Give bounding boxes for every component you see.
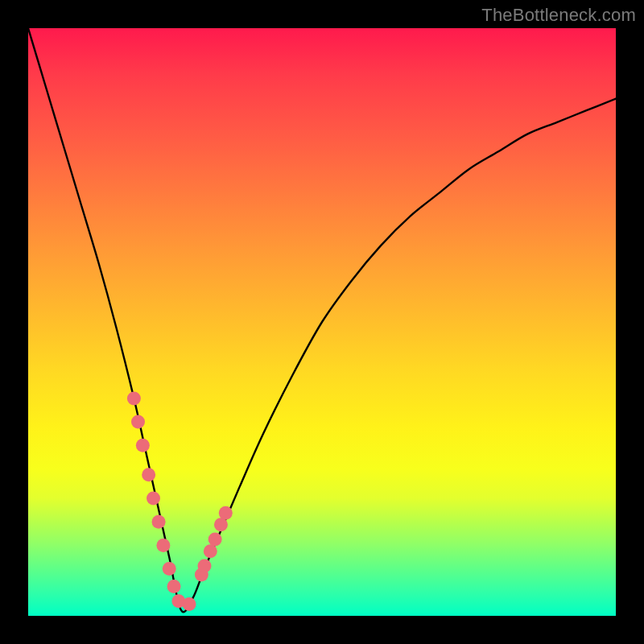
- sample-dot: [163, 562, 176, 576]
- chart-frame: TheBottleneck.com: [0, 0, 644, 644]
- sample-dot: [167, 580, 181, 593]
- sample-dots-group: [127, 391, 233, 611]
- sample-dot: [204, 544, 217, 558]
- sample-dot: [147, 492, 160, 506]
- sample-dot: [219, 506, 233, 520]
- plot-area: [28, 28, 616, 616]
- sample-dot: [142, 468, 155, 481]
- sample-dot: [156, 539, 170, 552]
- sample-dot: [214, 518, 228, 531]
- sample-dot: [131, 415, 145, 429]
- sample-dot: [208, 533, 222, 547]
- chart-svg-layer: [28, 28, 616, 616]
- watermark-text: TheBottleneck.com: [481, 5, 636, 26]
- sample-dot: [127, 391, 141, 405]
- sample-dot: [152, 515, 166, 529]
- sample-dot: [198, 559, 212, 572]
- sample-dot: [183, 597, 196, 611]
- bottleneck-curve: [28, 28, 616, 612]
- sample-dot: [136, 439, 150, 452]
